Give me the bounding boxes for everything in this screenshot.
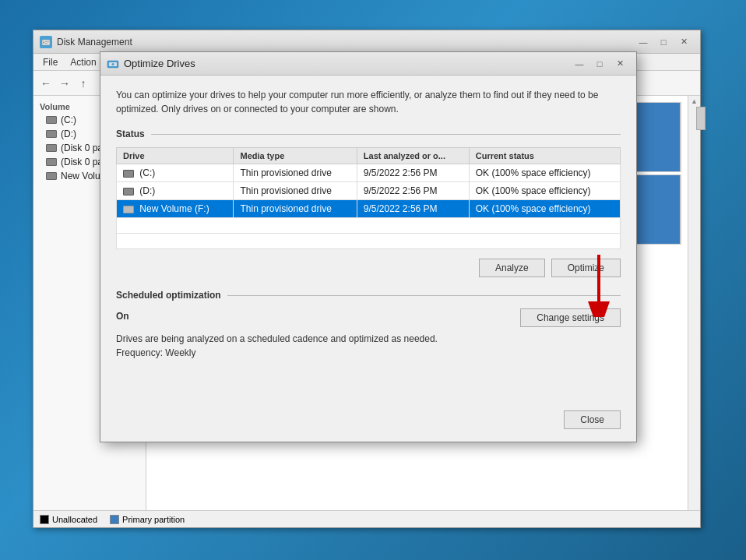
drive-row-new-volume[interactable]: New Volume (F:) Thin provisioned drive 9… <box>117 200 621 218</box>
dialog-maximize-btn[interactable]: □ <box>589 56 610 72</box>
hdd-icon-d <box>123 188 134 195</box>
drive-row-d[interactable]: (D:) Thin provisioned drive 9/5/2022 2:5… <box>117 182 621 200</box>
dialog-close-btn[interactable]: ✕ <box>610 56 630 72</box>
drive-table: Drive Media type Last analyzed or o... C… <box>116 147 621 249</box>
dialog-description: You can optimize your drives to help you… <box>116 88 621 116</box>
drive-row-c[interactable]: (C:) Thin provisioned drive 9/5/2022 2:5… <box>117 164 621 182</box>
drive-c-name: (C:) <box>117 164 234 182</box>
hdd-icon-f <box>123 206 134 213</box>
dialog-footer: Close <box>564 410 621 429</box>
status-section-label: Status <box>116 129 145 139</box>
col-media-type: Media type <box>234 148 357 164</box>
scheduled-section-divider: Scheduled optimization <box>116 290 621 301</box>
status-section-divider: Status <box>116 129 621 139</box>
scheduled-description: Drives are being analyzed on a scheduled… <box>116 333 621 344</box>
close-button[interactable]: Close <box>564 410 621 429</box>
scheduled-divider-line <box>227 295 621 296</box>
dialog-minimize-btn[interactable]: — <box>569 56 589 72</box>
drive-d-last-analyzed: 9/5/2022 2:56 PM <box>357 182 469 200</box>
col-last-analyzed: Last analyzed or o... <box>357 148 469 164</box>
scheduled-status: On <box>116 311 129 322</box>
drive-c-status: OK (100% space efficiency) <box>469 164 620 182</box>
scheduled-section-label: Scheduled optimization <box>116 290 221 301</box>
svg-point-6 <box>112 63 114 65</box>
drive-row-empty-2 <box>117 234 621 249</box>
dialog-action-buttons: Analyze Optimize <box>116 259 621 277</box>
drive-table-header: Drive Media type Last analyzed or o... C… <box>117 148 621 164</box>
analyze-button[interactable]: Analyze <box>479 259 545 277</box>
drive-f-last-analyzed: 9/5/2022 2:56 PM <box>357 200 469 218</box>
hdd-icon-c <box>123 170 134 178</box>
drive-f-media-type: Thin provisioned drive <box>234 200 357 218</box>
dialog-titlebar: Optimize Drives — □ ✕ <box>100 52 636 76</box>
col-current-status: Current status <box>469 148 620 164</box>
dialog-title: Optimize Drives <box>124 58 569 69</box>
status-divider-line <box>151 134 621 135</box>
scheduled-header: On Change settings <box>116 308 621 327</box>
drive-f-name: New Volume (F:) <box>117 200 234 218</box>
drive-d-media-type: Thin provisioned drive <box>234 182 357 200</box>
optimize-dialog: Optimize Drives — □ ✕ You can optimize y… <box>100 51 637 442</box>
optimize-dialog-icon <box>107 58 119 70</box>
drive-f-status: OK (100% space efficiency) <box>469 200 620 218</box>
drive-table-body: (C:) Thin provisioned drive 9/5/2022 2:5… <box>117 164 621 249</box>
dialog-body: You can optimize your drives to help you… <box>100 76 636 371</box>
scheduled-frequency: Frequency: Weekly <box>116 347 621 358</box>
dialog-overlay: Optimize Drives — □ ✕ You can optimize y… <box>0 0 746 560</box>
drive-d-name: (D:) <box>117 182 234 200</box>
drive-c-last-analyzed: 9/5/2022 2:56 PM <box>357 164 469 182</box>
col-drive: Drive <box>117 148 234 164</box>
drive-row-empty-1 <box>117 218 621 234</box>
drive-d-status: OK (100% space efficiency) <box>469 182 620 200</box>
arrow-indicator <box>583 255 614 319</box>
drive-c-media-type: Thin provisioned drive <box>234 164 357 182</box>
